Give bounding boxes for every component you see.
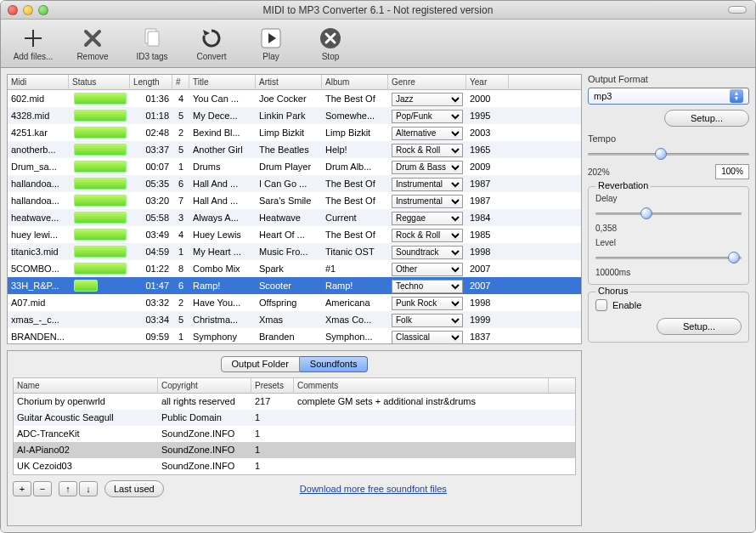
download-soundfonts-link[interactable]: Download more free soundfont files <box>300 484 447 494</box>
genre-select[interactable]: Folk <box>392 314 463 327</box>
table-row[interactable]: Drum_sa...00:071DrumsDrum PlayerDrum Alb… <box>8 158 581 175</box>
sf-move-up-button[interactable]: ↑ <box>59 481 77 496</box>
table-row[interactable]: hallandoa...03:207Hall And ...Sara's Smi… <box>8 192 581 209</box>
tempo-slider[interactable] <box>588 147 749 161</box>
genre-select[interactable]: Punk Rock <box>392 297 463 310</box>
toolbar-convert-button[interactable]: Convert <box>186 26 237 61</box>
cell-length: 02:48 <box>130 124 172 141</box>
table-row[interactable]: heatwave...05:583Always A...HeatwaveCurr… <box>8 209 581 226</box>
level-slider[interactable] <box>595 251 742 264</box>
cell-genre[interactable]: Instrumental <box>388 192 466 209</box>
output-format-select[interactable]: mp3 ▲▼ <box>588 88 749 105</box>
sf-column-header[interactable]: Copyright <box>158 378 251 394</box>
cell-genre[interactable]: Techno <box>388 277 466 294</box>
table-row[interactable]: huey lewi...03:494Huey LewisHeart Of ...… <box>8 226 581 243</box>
cell-genre[interactable]: Jazz <box>388 90 466 107</box>
toolbar-pill-button[interactable] <box>728 6 747 14</box>
cell-status <box>69 209 130 226</box>
tempo-reset-button[interactable]: 100% <box>715 164 749 179</box>
output-format-setup-button[interactable]: Setup... <box>664 110 749 127</box>
toolbar-play-button[interactable]: Play <box>245 26 296 61</box>
sf-table-row[interactable]: ADC-TranceKitSoundZone.INFO1 <box>14 426 575 442</box>
cell-year: 1999 <box>466 311 509 328</box>
table-row[interactable]: BRANDEN...09:591SymphonyBrandenSymphon..… <box>8 328 581 343</box>
genre-select[interactable]: Rock & Roll <box>392 229 463 242</box>
column-header[interactable]: Album <box>322 75 388 90</box>
toolbar-id3-tags-button[interactable]: ID3 tags <box>127 26 178 61</box>
sf-table-row[interactable]: UK Cezoid03SoundZone.INFO1 <box>14 458 575 474</box>
cell-genre[interactable]: Folk <box>388 311 466 328</box>
genre-select[interactable]: Pop/Funk <box>392 110 463 123</box>
tab-soundfonts[interactable]: Soundfonts <box>300 356 369 372</box>
cell-genre[interactable]: Pop/Funk <box>388 107 466 124</box>
cell-genre[interactable]: Other <box>388 260 466 277</box>
cell-length: 01:22 <box>130 260 172 277</box>
column-header[interactable]: # <box>172 75 189 90</box>
cell-genre[interactable]: Drum & Bass <box>388 158 466 175</box>
table-row[interactable]: 4251.kar02:482Bexind Bl...Limp BizkitLim… <box>8 124 581 141</box>
delay-slider[interactable] <box>595 207 742 220</box>
genre-select[interactable]: Other <box>392 263 463 276</box>
genre-select[interactable]: Techno <box>392 280 463 293</box>
genre-select[interactable]: Rock & Roll <box>392 144 463 157</box>
genre-select[interactable]: Instrumental <box>392 178 463 191</box>
reverb-section: Reverbation Delay 0,358 Level 10000ms <box>588 186 749 285</box>
sf-remove-button[interactable]: − <box>33 481 52 496</box>
genre-select[interactable]: Classical <box>392 331 463 344</box>
table-row[interactable]: A07.mid03:322Have You...OffspringAmerica… <box>8 294 581 311</box>
chorus-enable-checkbox[interactable] <box>595 299 607 311</box>
genre-select[interactable]: Alternative <box>392 127 463 140</box>
table-row[interactable]: 33H_R&P...01:476Ramp!ScooterRamp!Techno2… <box>8 277 581 294</box>
sf-cell-copyright: SoundZone.INFO <box>158 442 251 458</box>
genre-select[interactable]: Reggae <box>392 212 463 225</box>
sf-column-header[interactable]: Comments <box>294 378 549 394</box>
toolbar-remove-button[interactable]: Remove <box>67 26 118 61</box>
sf-last-used-button[interactable]: Last used <box>104 480 164 497</box>
genre-select[interactable]: Instrumental <box>392 195 463 208</box>
cell-genre[interactable]: Rock & Roll <box>388 226 466 243</box>
tab-output-folder[interactable]: Output Folder <box>221 356 300 372</box>
cell-genre[interactable]: Rock & Roll <box>388 141 466 158</box>
cell-genre[interactable]: Soundtrack <box>388 243 466 260</box>
table-row[interactable]: 602.mid01:364You Can ...Joe CockerThe Be… <box>8 90 581 107</box>
column-header[interactable]: Genre <box>388 75 466 90</box>
table-row[interactable]: titanic3.mid04:591My Heart ...Music Fro.… <box>8 243 581 260</box>
cell-genre[interactable]: Classical <box>388 328 466 343</box>
sf-table-row[interactable]: Chorium by openwrldall rights reserved21… <box>14 394 575 410</box>
toolbar-stop-button[interactable]: Stop <box>305 26 356 61</box>
sf-table-row[interactable]: AI-APiano02SoundZone.INFO1 <box>14 442 575 458</box>
column-header[interactable]: Title <box>189 75 256 90</box>
cell-genre[interactable]: Punk Rock <box>388 294 466 311</box>
sf-add-button[interactable]: + <box>13 481 31 496</box>
sf-column-header[interactable]: Presets <box>251 378 294 394</box>
cell-artist: The Beatles <box>256 141 322 158</box>
cell-status <box>69 141 130 158</box>
column-header[interactable]: Artist <box>256 75 322 90</box>
sf-move-down-button[interactable]: ↓ <box>79 481 98 496</box>
cell-year: 2007 <box>466 277 509 294</box>
cell-title: My Heart ... <box>189 243 256 260</box>
table-row[interactable]: anotherb...03:375Another GirlThe Beatles… <box>8 141 581 158</box>
toolbar-add-files-button[interactable]: Add files... <box>8 26 59 61</box>
table-row[interactable]: 4328.mid01:185My Dece...Linkin ParkSomew… <box>8 107 581 124</box>
table-row[interactable]: hallandoa...05:356Hall And ...I Can Go .… <box>8 175 581 192</box>
sf-table-row[interactable]: Guitar Acoustic SeagullPublic Domain1 <box>14 410 575 426</box>
sf-column-header[interactable]: Name <box>14 378 158 394</box>
genre-select[interactable]: Soundtrack <box>392 246 463 259</box>
cell-title: Have You... <box>189 294 256 311</box>
cell-length: 00:07 <box>130 158 172 175</box>
cell-status <box>69 243 130 260</box>
column-header[interactable]: Year <box>466 75 509 90</box>
chorus-setup-button[interactable]: Setup... <box>657 318 742 335</box>
column-header[interactable]: Length <box>130 75 172 90</box>
column-header[interactable]: Status <box>69 75 130 90</box>
cell-genre[interactable]: Instrumental <box>388 175 466 192</box>
cell-genre[interactable]: Alternative <box>388 124 466 141</box>
column-header[interactable]: Midi <box>8 75 69 90</box>
cell-genre[interactable]: Reggae <box>388 209 466 226</box>
cell-status <box>69 277 130 294</box>
genre-select[interactable]: Jazz <box>392 93 463 106</box>
table-row[interactable]: 5COMBO...01:228Combo MixSpark#1Other2007 <box>8 260 581 277</box>
genre-select[interactable]: Drum & Bass <box>392 161 463 174</box>
table-row[interactable]: xmas_-_c...03:345Christma...XmasXmas Co.… <box>8 311 581 328</box>
